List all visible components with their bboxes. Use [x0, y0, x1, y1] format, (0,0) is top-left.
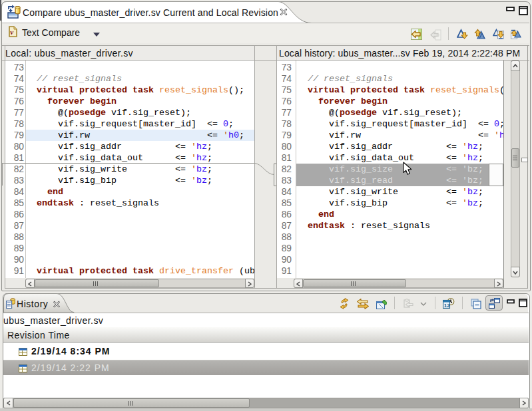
svg-text:12: 12: [444, 303, 450, 309]
svg-text:v: v: [10, 28, 13, 36]
